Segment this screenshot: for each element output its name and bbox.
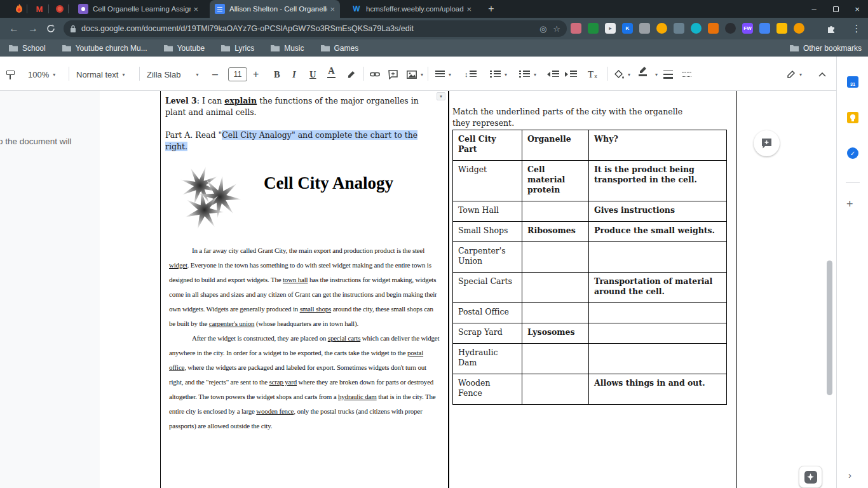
table-cell[interactable] — [589, 344, 727, 374]
text-color-button[interactable]: A — [327, 65, 336, 78]
tab-cell-organelle-assignment[interactable]: Cell Organelle Learning Assignm × — [73, 0, 203, 18]
font-size-field[interactable]: 11 — [228, 68, 247, 81]
highlight-color-button[interactable] — [346, 68, 356, 81]
refresh-button[interactable] — [43, 21, 58, 36]
bookmark-school[interactable]: School — [9, 44, 46, 53]
tab-close-icon[interactable]: × — [193, 4, 198, 14]
line-spacing-button[interactable]: ↕ — [465, 68, 477, 81]
table-cell[interactable]: Hydraulic Dam — [453, 344, 522, 374]
story-text[interactable]: In a far away city called Grant City, th… — [169, 243, 441, 433]
increase-font-size-button[interactable]: + — [253, 68, 259, 81]
puzzle-extensions-icon[interactable] — [824, 21, 839, 36]
bookmark-youtube-church[interactable]: Youtube church Mu... — [62, 44, 147, 53]
back-button[interactable]: ← — [6, 21, 22, 36]
bold-button[interactable]: B — [274, 68, 280, 81]
table-cell[interactable] — [522, 273, 589, 303]
tab-allison-shelton-doc[interactable]: Allison Shelton - Cell Organelle L × — [210, 0, 340, 18]
table-header-cell[interactable]: Why? — [589, 130, 727, 161]
table-cell[interactable]: Allows things in and out. — [589, 374, 727, 405]
tab-close-icon[interactable]: × — [330, 4, 335, 14]
increase-indent-button[interactable] — [565, 68, 577, 81]
extension-orange-oval[interactable] — [656, 23, 667, 34]
restore-button[interactable] — [825, 0, 846, 18]
extension-kami[interactable]: K — [622, 23, 633, 34]
table-header-cell[interactable]: Cell City Part — [453, 130, 522, 161]
record-dot-icon[interactable] — [53, 3, 66, 15]
tab-close-icon[interactable]: × — [466, 4, 471, 14]
calendar-icon[interactable]: 31 — [847, 76, 858, 88]
browser-menu-icon[interactable]: ⋮ — [849, 21, 864, 36]
table-cell[interactable] — [522, 374, 589, 405]
decrease-indent-button[interactable] — [547, 68, 559, 81]
extension-thumb[interactable] — [776, 23, 787, 34]
table-cell[interactable]: Lysosomes — [522, 323, 589, 344]
extension-pink-arrow[interactable] — [571, 23, 581, 34]
bookmark-games[interactable]: Games — [321, 44, 359, 53]
scrollbar-thumb[interactable] — [827, 261, 832, 395]
insert-image-icon[interactable]: ▾ — [407, 68, 423, 81]
extension-bluegray-doc[interactable] — [674, 23, 684, 34]
table-cell[interactable]: Small Shops — [453, 222, 522, 242]
extension-teal-globe[interactable] — [691, 23, 702, 34]
table-cell[interactable]: Wooden Fence — [453, 374, 522, 405]
forward-button[interactable]: → — [25, 21, 41, 36]
level3-paragraph[interactable]: Level 3: I can explain the functions of … — [165, 95, 439, 118]
decrease-font-size-button[interactable]: – — [212, 68, 218, 81]
editing-mode-button[interactable]: ▾ — [787, 68, 802, 81]
table-cell[interactable] — [522, 344, 589, 374]
table-cell[interactable]: Produce the small weights. — [589, 222, 727, 242]
bookmark-youtube[interactable]: Youtube — [164, 44, 205, 53]
new-tab-button[interactable]: + — [484, 2, 498, 16]
address-bar[interactable]: docs.google.com/document/d/19TMl79kaOAYz… — [64, 20, 567, 37]
extension-dark-circle[interactable] — [725, 23, 736, 34]
table-cell[interactable] — [589, 303, 727, 323]
table-cell[interactable] — [522, 201, 589, 222]
table-cell[interactable]: It is the product being transported in t… — [589, 161, 727, 201]
gmail-icon[interactable]: M — [33, 3, 46, 15]
extension-green-person[interactable] — [588, 23, 599, 34]
extension-camera[interactable] — [794, 23, 804, 34]
table-cell[interactable]: Gives instructions — [589, 201, 727, 222]
bulleted-list-button[interactable]: ▾ — [519, 68, 536, 81]
border-color-caret[interactable]: ▾ — [651, 68, 658, 81]
border-width-button[interactable] — [663, 68, 673, 81]
zoom-select[interactable]: 100%▾ — [28, 68, 55, 81]
bookmark-music[interactable]: Music — [271, 44, 304, 53]
border-color-button[interactable] — [638, 65, 648, 78]
tab-weebly-uploads[interactable]: W hcmsfeffer.weebly.com/uploads × — [346, 0, 477, 18]
match-instructions[interactable]: Match the underlined parts of the city w… — [452, 106, 702, 129]
extension-fw-purple[interactable]: FW — [742, 23, 753, 34]
table-cell[interactable]: Transportation of material around the ce… — [589, 273, 727, 303]
border-dash-button[interactable] — [682, 68, 691, 81]
table-cell[interactable] — [522, 242, 589, 273]
table-cell[interactable]: Widget — [453, 161, 522, 201]
target-icon[interactable]: ◎ — [539, 24, 546, 34]
table-cell[interactable] — [589, 323, 727, 344]
table-cell[interactable]: Ribosomes — [522, 222, 589, 242]
table-cell[interactable]: Carpenter's Union — [453, 242, 522, 273]
table-cell[interactable] — [589, 242, 727, 273]
add-comment-button[interactable] — [754, 130, 780, 156]
add-comment-icon[interactable] — [388, 68, 398, 81]
story-paragraph[interactable]: After the widget is constructed, they ar… — [169, 331, 441, 433]
align-button[interactable]: ▾ — [435, 68, 451, 81]
extension-blue-badge[interactable] — [759, 23, 770, 34]
insert-link-icon[interactable] — [370, 68, 380, 81]
part-a-paragraph[interactable]: Part A. Read "Cell City Analogy" and com… — [165, 130, 439, 152]
cell-city-analogy-image[interactable]: Cell City Analogy — [179, 162, 445, 235]
font-select[interactable]: Zilla Slab▾ — [147, 68, 198, 81]
numbered-list-button[interactable]: ▾ — [490, 68, 507, 81]
table-cell[interactable]: Town Hall — [453, 201, 522, 222]
bookmark-star-icon[interactable]: ☆ — [553, 24, 560, 34]
hide-side-panel-button[interactable]: › — [848, 470, 851, 480]
paint-format-icon[interactable] — [6, 68, 15, 81]
get-addons-button[interactable]: + — [846, 198, 853, 211]
collapse-menus-button[interactable] — [818, 68, 826, 81]
underline-button[interactable]: U — [309, 68, 316, 81]
bookmark-lyrics[interactable]: Lyrics — [221, 44, 254, 53]
extension-megaphone[interactable] — [708, 23, 719, 34]
table-cell[interactable] — [522, 303, 589, 323]
close-window-button[interactable]: × — [846, 0, 868, 18]
table-cell[interactable]: Postal Office — [453, 303, 522, 323]
story-paragraph[interactable]: In a far away city called Grant City, th… — [169, 243, 441, 331]
